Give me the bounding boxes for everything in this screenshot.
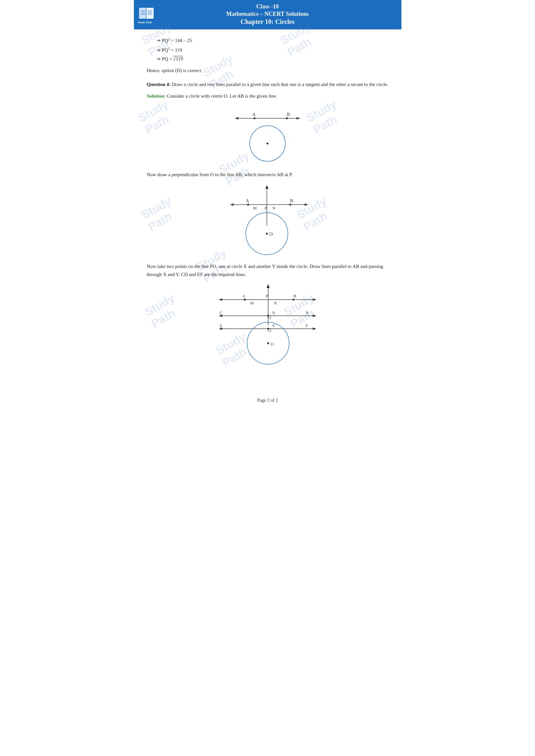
svg-point-17 (286, 117, 288, 119)
solution-4-intro: Solution: Consider a circle with centre … (147, 92, 388, 100)
diagram-3-caption: Now take two points on the line PO, one … (147, 262, 388, 279)
svg-marker-26 (230, 203, 234, 206)
svg-marker-53 (313, 314, 316, 317)
svg-text:A: A (246, 199, 249, 203)
page-number: Page 2 of 2 (257, 398, 277, 403)
svg-marker-14 (235, 117, 239, 120)
math-equations: ⇒ PQ2 = 144 – 25 ⇒ PQ2 = 119 ⇒ PQ = √119 (147, 36, 388, 63)
svg-text:O: O (269, 232, 273, 237)
svg-point-28 (247, 203, 249, 205)
math-line-1: ⇒ PQ2 = 144 – 25 (156, 36, 388, 45)
svg-marker-39 (267, 284, 270, 288)
page: Study Path Class -10 Mathematics – NCERT… (134, 0, 401, 406)
svg-point-36 (266, 233, 268, 235)
logo-container: Study Path (136, 2, 161, 27)
svg-text:B: B (290, 199, 293, 203)
svg-marker-43 (313, 298, 316, 301)
svg-text:N: N (274, 301, 277, 306)
svg-point-16 (254, 117, 256, 119)
hence-statement: Hence, option (D) is correct. (147, 67, 388, 75)
svg-text:E: E (220, 323, 222, 328)
diagram-2-container: A B M P N O (147, 184, 388, 258)
main-content: ⇒ PQ2 = 144 – 25 ⇒ PQ2 = 119 ⇒ PQ = √119… (134, 29, 401, 392)
header-subject: Mathematics – NCERT Solutions (140, 11, 395, 17)
svg-text:M: M (253, 205, 257, 210)
svg-text:O: O (271, 342, 274, 346)
question-4-text: Draw a circle and two lines parallel to … (172, 82, 388, 87)
math-line-3: ⇒ PQ = √119 (156, 55, 388, 63)
svg-text:A: A (242, 293, 245, 298)
math-line-2: ⇒ PQ2 = 119 (156, 45, 388, 55)
svg-marker-23 (265, 185, 268, 189)
question-4-label: Question 4: (147, 82, 171, 87)
logo-icon: Study Path (136, 2, 161, 26)
diagram-1-container: A B (147, 105, 388, 166)
svg-text:P: P (266, 293, 268, 298)
solution-4-text: Consider a circle with centre O. Let AB … (167, 94, 277, 98)
diagram-2: A B M P N O (212, 184, 323, 258)
svg-text:X: X (272, 310, 275, 315)
svg-text:Y: Y (272, 323, 275, 328)
svg-text:X: X (306, 310, 309, 315)
svg-text:C: C (220, 310, 223, 315)
diagram-2-caption: Now draw a perpendicular from O to the l… (147, 171, 388, 179)
svg-text:F: F (306, 323, 308, 328)
header-class: Class -10 (140, 3, 395, 10)
page-footer: Page 2 of 2 (134, 395, 401, 406)
svg-text:B: B (294, 293, 296, 298)
svg-point-45 (293, 299, 294, 301)
question-4-block: Question 4: Draw a circle and two lines … (147, 80, 388, 89)
svg-point-21 (267, 143, 268, 145)
svg-marker-42 (219, 298, 222, 301)
diagram-3-container: A B M P N C X X (147, 284, 388, 377)
svg-text:A: A (252, 112, 256, 117)
svg-point-44 (244, 299, 246, 301)
svg-point-68 (267, 342, 269, 344)
svg-text:Study Path: Study Path (138, 21, 152, 24)
svg-text:B: B (287, 112, 290, 117)
svg-text:N: N (272, 205, 276, 210)
svg-text:M: M (250, 301, 254, 306)
svg-marker-27 (305, 203, 308, 206)
svg-marker-15 (296, 117, 300, 120)
diagram-3: A B M P N C X X (206, 284, 329, 377)
solution-4-label: Solution: (147, 94, 166, 98)
header-chapter: Chapter 10: Circles (140, 18, 395, 26)
svg-point-29 (289, 203, 291, 205)
svg-marker-61 (313, 327, 316, 330)
page-header: Study Path Class -10 Mathematics – NCERT… (134, 0, 401, 29)
diagram-1: A B (216, 105, 319, 166)
svg-text:P: P (265, 205, 267, 210)
